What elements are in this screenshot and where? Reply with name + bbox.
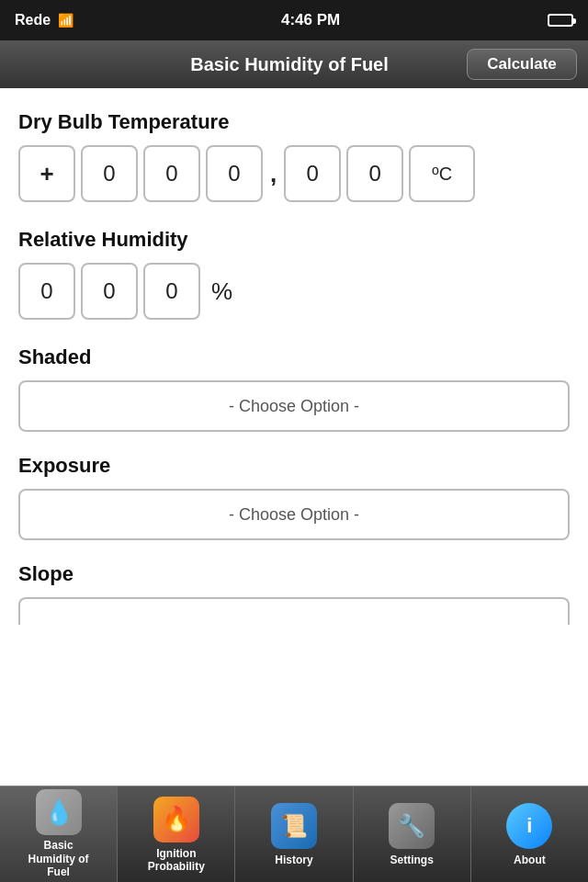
about-icon: i (506, 803, 552, 849)
wifi-icon: 📶 (58, 13, 74, 28)
humidity-d2[interactable]: 0 (81, 263, 138, 320)
percent-label: % (211, 277, 232, 306)
calculate-button[interactable]: Calculate (467, 49, 577, 80)
dry-bulb-d4[interactable]: 0 (284, 145, 341, 202)
humidity-section: Relative Humidity 0 0 0 % (18, 228, 570, 320)
history-icon-container: 📜 (270, 802, 318, 850)
history-icon: 📜 (271, 803, 317, 849)
dry-bulb-d1[interactable]: 0 (81, 145, 138, 202)
shaded-section: Shaded - Choose Option - (18, 345, 570, 432)
dry-bulb-d3[interactable]: 0 (206, 145, 263, 202)
carrier-label: Rede (15, 12, 51, 28)
humidity-input-row: 0 0 0 % (18, 263, 570, 320)
temperature-unit[interactable]: ºC (409, 145, 475, 202)
about-icon-container: i (505, 802, 553, 850)
decimal-comma: , (270, 160, 277, 188)
dry-bulb-label: Dry Bulb Temperature (18, 110, 570, 134)
slope-dropdown-partial[interactable] (18, 597, 570, 625)
dry-bulb-input-row: + 0 0 0 , 0 0 ºC (18, 145, 570, 202)
app-header: Basic Humidity of Fuel Calculate (0, 40, 588, 88)
page-title: Basic Humidity of Fuel (112, 54, 467, 75)
exposure-section: Exposure - Choose Option - (18, 454, 570, 540)
tab-history-label: History (275, 854, 312, 866)
basic-humidity-icon: 💧 (36, 789, 82, 835)
shaded-label: Shaded (18, 345, 570, 369)
tab-bar: 💧 BasicHumidity ofFuel 🔥 IgnitionProbabi… (0, 786, 588, 882)
dry-bulb-d5[interactable]: 0 (346, 145, 403, 202)
humidity-d1[interactable]: 0 (18, 263, 75, 320)
basic-humidity-icon-container: 💧 (35, 789, 83, 835)
time-label: 4:46 PM (281, 11, 340, 29)
exposure-dropdown[interactable]: - Choose Option - (18, 489, 570, 540)
tab-basic-humidity[interactable]: 💧 BasicHumidity ofFuel (0, 786, 118, 882)
status-bar: Rede 📶 4:46 PM (0, 0, 588, 40)
shaded-dropdown[interactable]: - Choose Option - (18, 380, 570, 432)
tab-ignition[interactable]: 🔥 IgnitionProbability (118, 786, 235, 882)
slope-label: Slope (18, 562, 570, 586)
sign-box[interactable]: + (18, 145, 75, 202)
tab-settings[interactable]: 🔧 Settings (354, 786, 471, 882)
settings-icon-container: 🔧 (388, 802, 435, 850)
settings-icon: 🔧 (389, 803, 435, 849)
ignition-icon: 🔥 (153, 797, 199, 842)
main-content: Dry Bulb Temperature + 0 0 0 , 0 0 ºC Re… (0, 88, 588, 786)
status-left: Rede 📶 (15, 12, 74, 28)
tab-about[interactable]: i About (471, 786, 588, 882)
exposure-label: Exposure (18, 454, 570, 478)
tab-settings-label: Settings (390, 854, 434, 866)
humidity-d3[interactable]: 0 (143, 263, 200, 320)
slope-section: Slope (18, 562, 570, 625)
dry-bulb-d2[interactable]: 0 (143, 145, 200, 202)
humidity-label: Relative Humidity (18, 228, 570, 252)
tab-history[interactable]: 📜 History (235, 786, 353, 882)
tab-ignition-label: IgnitionProbability (148, 847, 205, 874)
tab-basic-label: BasicHumidity ofFuel (28, 839, 89, 878)
dry-bulb-section: Dry Bulb Temperature + 0 0 0 , 0 0 ºC (18, 110, 570, 202)
ignition-icon-container: 🔥 (153, 796, 200, 843)
battery-icon (548, 14, 573, 27)
status-right (548, 14, 573, 27)
tab-about-label: About (514, 854, 546, 866)
